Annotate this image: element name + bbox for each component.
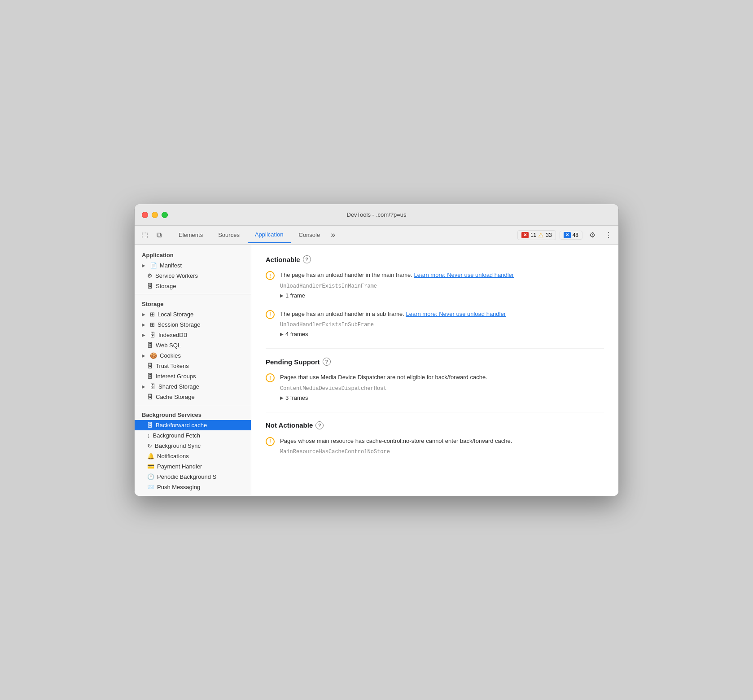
pending-title: Pending Support: [266, 358, 320, 366]
sidebar-item-session-storage[interactable]: ▶ ⊞ Session Storage: [135, 319, 251, 330]
sidebar-item-trust-tokens[interactable]: 🗄 Trust Tokens: [135, 361, 251, 371]
layers-icon[interactable]: ⧉: [153, 229, 165, 241]
periodic-background-label: Periodic Background S: [157, 473, 216, 480]
divider-section-2: [266, 412, 604, 412]
indexeddb-label: IndexedDB: [158, 332, 187, 338]
more-menu-button[interactable]: ⋮: [602, 229, 615, 241]
not-actionable-help-icon[interactable]: ?: [315, 421, 324, 429]
issue-code-3: ContentMediaDevicesDispatcherHost: [280, 385, 604, 392]
sidebar-item-manifest[interactable]: ▶ 📄 Manifest: [135, 260, 251, 271]
tab-application[interactable]: Application: [248, 227, 291, 243]
actionable-title: Actionable: [266, 256, 300, 263]
error-icon: ✕: [521, 232, 529, 238]
sidebar-item-shared-storage[interactable]: ▶ 🗄 Shared Storage: [135, 381, 251, 392]
sidebar-item-storage-app[interactable]: 🗄 Storage: [135, 281, 251, 291]
push-messaging-icon: 📨: [147, 484, 154, 490]
sidebar-item-push-messaging[interactable]: 📨 Push Messaging: [135, 482, 251, 492]
window-title: DevTools - .com/?p=us: [347, 211, 407, 218]
section-pending-header: Pending Support ?: [266, 358, 604, 366]
sidebar-item-cache-storage[interactable]: 🗄 Cache Storage: [135, 392, 251, 402]
maximize-button[interactable]: [162, 212, 168, 218]
service-workers-label: Service Workers: [155, 272, 198, 279]
sidebar-item-service-workers[interactable]: ⚙ Service Workers: [135, 271, 251, 281]
issue-text-3: Pages that use Media Device Dispatcher a…: [280, 373, 604, 382]
title-right: .com/?p=us: [376, 211, 407, 218]
issue-text-before-1: The page has an unload handler in the ma…: [280, 271, 412, 278]
tab-bar: ⬚ ⧉ Elements Sources Application Console…: [135, 226, 618, 245]
section-not-actionable-header: Not Actionable ?: [266, 421, 604, 429]
sidebar-item-notifications[interactable]: 🔔 Notifications: [135, 451, 251, 461]
issue-text-1: The page has an unload handler in the ma…: [280, 271, 604, 280]
more-tabs-button[interactable]: »: [328, 228, 338, 241]
sidebar-item-local-storage[interactable]: ▶ ⊞ Local Storage: [135, 309, 251, 319]
session-storage-label: Session Storage: [158, 321, 200, 328]
local-storage-arrow: ▶: [142, 312, 147, 317]
sidebar-item-indexeddb[interactable]: ▶ 🗄 IndexedDB: [135, 330, 251, 340]
frames-label-1: 1 frame: [285, 292, 305, 299]
issue-content-3: Pages that use Media Device Dispatcher a…: [280, 373, 604, 403]
issue-link-1[interactable]: Learn more: Never use unload handler: [414, 271, 514, 278]
pending-help-icon[interactable]: ?: [323, 358, 331, 366]
issue-code-2: UnloadHandlerExistsInSubFrame: [280, 322, 604, 328]
sidebar-item-bfc[interactable]: 🗄 Back/forward cache: [135, 420, 251, 430]
sidebar-section-storage: Storage: [135, 297, 251, 309]
sidebar-item-payment-handler[interactable]: 💳 Payment Handler: [135, 461, 251, 472]
issue-media-dispatcher: ! Pages that use Media Device Dispatcher…: [266, 373, 604, 403]
settings-button[interactable]: ⚙: [586, 229, 599, 241]
cache-storage-icon: 🗄: [147, 394, 153, 400]
manifest-label: Manifest: [160, 262, 182, 269]
local-storage-icon: ⊞: [150, 311, 155, 318]
issue-link-2[interactable]: Learn more: Never use unload handler: [406, 311, 506, 317]
periodic-background-icon: 🕐: [147, 473, 154, 480]
errors-badge[interactable]: ✕ 11 ⚠ 33: [517, 230, 556, 240]
cursor-icon[interactable]: ⬚: [138, 229, 151, 241]
indexeddb-arrow: ▶: [142, 332, 147, 337]
storage-app-icon: 🗄: [147, 283, 153, 289]
issue-frames-3[interactable]: ▶ 3 frames: [280, 394, 604, 401]
warning-icon-2: !: [266, 310, 275, 319]
storage-app-label: Storage: [156, 283, 176, 289]
title-bar: DevTools - .com/?p=us: [135, 204, 618, 226]
notifications-label: Notifications: [157, 453, 189, 459]
manifest-icon: 📄: [150, 262, 157, 269]
issue-text-before-3: Pages that use Media Device Dispatcher a…: [280, 374, 487, 381]
issue-content-2: The page has an unload handler in a sub …: [280, 310, 604, 340]
bfc-label: Back/forward cache: [156, 422, 207, 429]
service-workers-icon: ⚙: [147, 272, 153, 279]
sidebar-item-interest-groups[interactable]: 🗄 Interest Groups: [135, 371, 251, 381]
issue-code-1: UnloadHandlerExistsInMainFrame: [280, 283, 604, 289]
frame-arrow-3: ▶: [280, 395, 284, 400]
tab-elements[interactable]: Elements: [171, 227, 210, 243]
warning-icon: ⚠: [538, 232, 544, 239]
issue-frames-2[interactable]: ▶ 4 frames: [280, 331, 604, 337]
manifest-arrow: ▶: [142, 263, 147, 268]
sidebar-item-periodic-background[interactable]: 🕐 Periodic Background S: [135, 472, 251, 482]
frame-arrow-2: ▶: [280, 332, 284, 337]
issue-frames-1[interactable]: ▶ 1 frame: [280, 292, 604, 299]
issues-badge[interactable]: ✕ 48: [560, 231, 582, 240]
background-sync-label: Background Sync: [155, 442, 201, 449]
tab-bar-right: ✕ 11 ⚠ 33 ✕ 48 ⚙ ⋮: [517, 229, 615, 241]
sidebar-item-cookies[interactable]: ▶ 🍪 Cookies: [135, 350, 251, 361]
payment-handler-label: Payment Handler: [157, 463, 202, 470]
interest-groups-icon: 🗄: [147, 373, 153, 380]
warning-icon-4: !: [266, 437, 275, 446]
session-storage-arrow: ▶: [142, 322, 147, 327]
close-button[interactable]: [142, 212, 148, 218]
frames-label-3: 3 frames: [285, 394, 308, 401]
issue-text-2: The page has an unload handler in a sub …: [280, 310, 604, 319]
sidebar-item-background-fetch[interactable]: ↕ Background Fetch: [135, 430, 251, 441]
indexeddb-icon: 🗄: [150, 332, 156, 338]
shared-storage-arrow: ▶: [142, 384, 147, 389]
sidebar-section-application: Application: [135, 248, 251, 260]
tab-console[interactable]: Console: [292, 227, 328, 243]
sidebar-item-web-sql[interactable]: 🗄 Web SQL: [135, 340, 251, 350]
background-sync-icon: ↻: [147, 442, 152, 449]
issue-text-4: Pages whose main resource has cache-cont…: [280, 437, 604, 446]
sidebar-item-background-sync[interactable]: ↻ Background Sync: [135, 441, 251, 451]
actionable-help-icon[interactable]: ?: [303, 255, 311, 263]
push-messaging-label: Push Messaging: [157, 484, 200, 490]
minimize-button[interactable]: [152, 212, 158, 218]
tab-sources[interactable]: Sources: [211, 227, 247, 243]
session-storage-icon: ⊞: [150, 321, 155, 328]
